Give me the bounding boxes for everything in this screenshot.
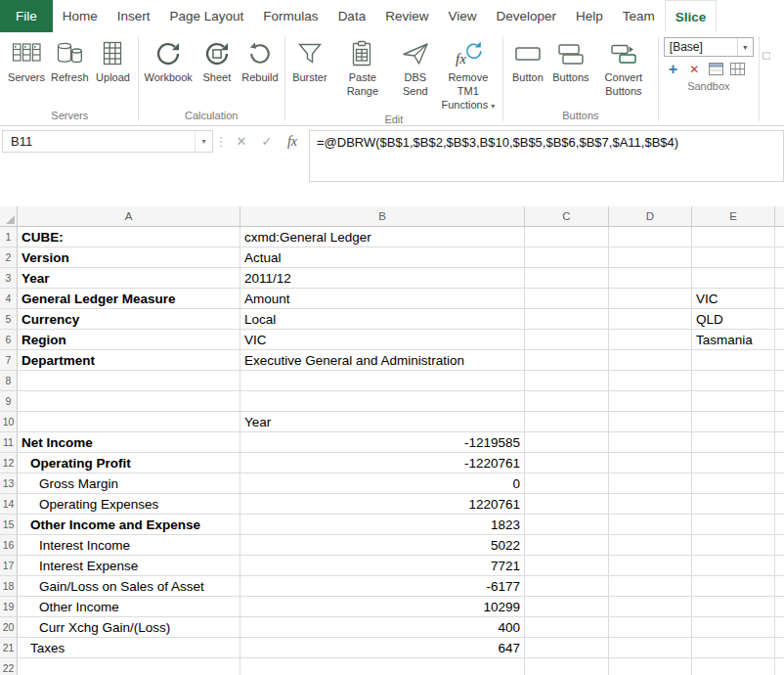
cell-D21[interactable]	[609, 638, 692, 658]
cell-E15[interactable]	[692, 515, 775, 535]
cell-F15[interactable]	[775, 515, 784, 535]
cell-E22[interactable]	[692, 658, 775, 675]
cell-E11[interactable]	[692, 432, 775, 453]
cell-D5[interactable]	[609, 309, 692, 330]
dropdown-arrow-icon[interactable]: ▾	[737, 38, 753, 56]
cell-A13[interactable]: Gross Margin	[18, 473, 240, 494]
cell-C14[interactable]	[525, 494, 609, 515]
cell-A22[interactable]	[18, 658, 240, 675]
cell-C22[interactable]	[525, 658, 609, 675]
cell-C5[interactable]	[525, 309, 609, 330]
cell-C6[interactable]	[525, 330, 609, 350]
cell-C7[interactable]	[525, 350, 609, 371]
cell-F6[interactable]	[775, 330, 784, 350]
row-header-10[interactable]: 10	[0, 412, 18, 432]
cell-C18[interactable]	[525, 576, 609, 597]
delete-sandbox-button[interactable]: ✕	[687, 62, 702, 76]
row-header-11[interactable]: 11	[0, 432, 18, 453]
ribbon-tab-view[interactable]: View	[438, 0, 486, 32]
cell-B9[interactable]	[240, 391, 525, 412]
cell-D6[interactable]	[609, 330, 692, 350]
cell-D8[interactable]	[609, 371, 692, 391]
cell-C16[interactable]	[525, 535, 609, 556]
cell-D18[interactable]	[609, 576, 692, 597]
row-header-14[interactable]: 14	[0, 494, 18, 515]
cancel-icon[interactable]: ✕	[229, 130, 254, 153]
cell-B13[interactable]: 0	[240, 473, 525, 494]
cell-C3[interactable]	[525, 268, 609, 289]
ribbon-tab-page-layout[interactable]: Page Layout	[160, 0, 254, 32]
cell-B10[interactable]: Year	[240, 412, 525, 432]
row-header-16[interactable]: 16	[0, 535, 18, 556]
sheet-button[interactable]: Sheet	[196, 33, 239, 85]
cell-F12[interactable]	[775, 453, 784, 473]
cell-D2[interactable]	[609, 248, 692, 268]
cell-C2[interactable]	[525, 248, 609, 268]
servers-button[interactable]: Servers	[5, 33, 48, 85]
button-button[interactable]: Button	[506, 33, 549, 85]
cell-C8[interactable]	[525, 371, 609, 391]
cell-E6[interactable]: Tasmania	[692, 330, 775, 350]
cell-A19[interactable]: Other Income	[18, 597, 240, 617]
paste-range-button[interactable]: Paste Range	[331, 33, 394, 99]
cell-C20[interactable]	[525, 617, 609, 638]
cell-A12[interactable]: Operating Profit	[18, 453, 240, 473]
cell-B14[interactable]: 1220761	[240, 494, 525, 515]
cell-E18[interactable]	[692, 576, 775, 597]
cell-B1[interactable]: cxmd:General Ledger	[240, 227, 525, 248]
workbook-button[interactable]: Workbook	[142, 33, 196, 85]
cell-D20[interactable]	[609, 617, 692, 638]
cell-B6[interactable]: VIC	[240, 330, 525, 350]
cell-B11[interactable]: -1219585	[240, 432, 525, 453]
cell-A21[interactable]: Taxes	[18, 638, 240, 658]
burster-button[interactable]: Burster	[288, 33, 331, 85]
row-header-2[interactable]: 2	[0, 248, 18, 268]
cell-D16[interactable]	[609, 535, 692, 556]
row-header-15[interactable]: 15	[0, 515, 18, 535]
name-box[interactable]: B11 ▾	[2, 130, 213, 153]
cell-B15[interactable]: 1823	[240, 515, 525, 535]
row-header-13[interactable]: 13	[0, 473, 18, 494]
cell-F3[interactable]	[775, 268, 784, 289]
cell-F5[interactable]	[775, 309, 784, 330]
cell-A5[interactable]: Currency	[18, 309, 240, 330]
cell-A10[interactable]	[18, 412, 240, 432]
column-header-B[interactable]: B	[240, 206, 525, 227]
cell-A11[interactable]: Net Income	[18, 432, 240, 453]
buttons-button[interactable]: Buttons	[549, 33, 592, 85]
cell-A4[interactable]: General Ledger Measure	[18, 289, 240, 309]
cell-B3[interactable]: 2011/12	[240, 268, 525, 289]
row-header-17[interactable]: 17	[0, 556, 18, 576]
cell-B12[interactable]: -1220761	[240, 453, 525, 473]
column-header-A[interactable]: A	[18, 206, 240, 227]
cell-C4[interactable]	[525, 289, 609, 309]
ribbon-tab-developer[interactable]: Developer	[486, 0, 566, 32]
cell-B20[interactable]: 400	[240, 617, 525, 638]
cell-D1[interactable]	[609, 227, 692, 248]
cell-C9[interactable]	[525, 391, 609, 412]
cell-F21[interactable]	[775, 638, 784, 658]
cell-F22[interactable]	[775, 658, 784, 675]
ribbon-tab-slice[interactable]: Slice	[665, 0, 718, 32]
row-header-21[interactable]: 21	[0, 638, 18, 658]
cell-D22[interactable]	[609, 658, 692, 675]
cell-F9[interactable]	[775, 391, 784, 412]
cell-D13[interactable]	[609, 473, 692, 494]
cell-A20[interactable]: Curr Xchg Gain/(Loss)	[18, 617, 240, 638]
row-header-18[interactable]: 18	[0, 576, 18, 597]
row-header-8[interactable]: 8	[0, 371, 18, 391]
row-header-6[interactable]: 6	[0, 330, 18, 350]
cell-F17[interactable]	[775, 556, 784, 576]
cell-F1[interactable]	[775, 227, 784, 248]
cell-E17[interactable]	[692, 556, 775, 576]
cell-E5[interactable]: QLD	[692, 309, 775, 330]
cell-E12[interactable]	[692, 453, 775, 473]
cell-A1[interactable]: CUBE:	[18, 227, 240, 248]
cell-B7[interactable]: Executive General and Administration	[240, 350, 525, 371]
cell-E9[interactable]	[692, 391, 775, 412]
cell-E20[interactable]	[692, 617, 775, 638]
cell-F20[interactable]	[775, 617, 784, 638]
cell-B2[interactable]: Actual	[240, 248, 525, 268]
rebuild-button[interactable]: Rebuild	[239, 33, 282, 85]
cell-D9[interactable]	[609, 391, 692, 412]
